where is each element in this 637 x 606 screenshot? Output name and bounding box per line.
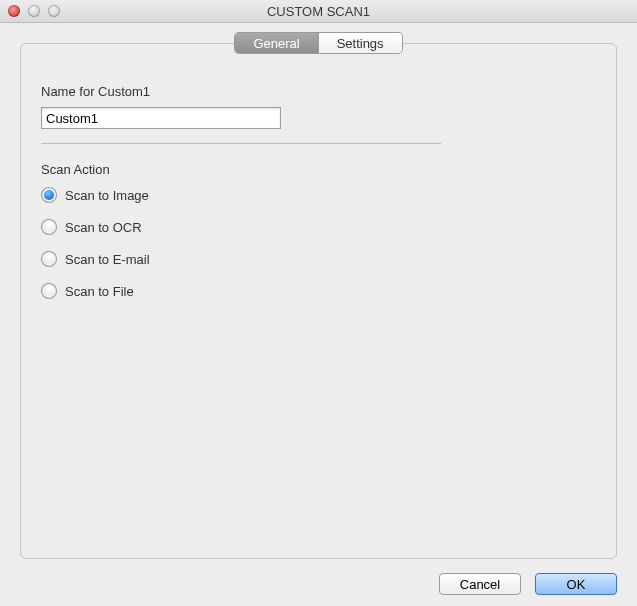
radio-row-file[interactable]: Scan to File xyxy=(41,283,596,299)
window-controls xyxy=(0,5,60,17)
radio-label-email: Scan to E-mail xyxy=(65,252,150,267)
zoom-icon[interactable] xyxy=(48,5,60,17)
radio-row-email[interactable]: Scan to E-mail xyxy=(41,251,596,267)
radio-label-ocr: Scan to OCR xyxy=(65,220,142,235)
window-body: General Settings Name for Custom1 Scan A… xyxy=(0,23,637,606)
tab-general[interactable]: General xyxy=(235,33,317,53)
divider xyxy=(41,143,441,144)
ok-button[interactable]: OK xyxy=(535,573,617,595)
minimize-icon[interactable] xyxy=(28,5,40,17)
tab-settings[interactable]: Settings xyxy=(318,33,402,53)
name-input[interactable] xyxy=(41,107,281,129)
radio-scan-to-file[interactable] xyxy=(41,283,57,299)
radio-row-image[interactable]: Scan to Image xyxy=(41,187,596,203)
footer-buttons: Cancel OK xyxy=(439,573,617,595)
scan-action-group: Scan to Image Scan to OCR Scan to E-mail… xyxy=(41,187,596,299)
titlebar: CUSTOM SCAN1 xyxy=(0,0,637,23)
radio-scan-to-ocr[interactable] xyxy=(41,219,57,235)
window-title: CUSTOM SCAN1 xyxy=(0,4,637,19)
radio-scan-to-email[interactable] xyxy=(41,251,57,267)
radio-scan-to-image[interactable] xyxy=(41,187,57,203)
close-icon[interactable] xyxy=(8,5,20,17)
general-panel: Name for Custom1 Scan Action Scan to Ima… xyxy=(20,43,617,559)
radio-label-file: Scan to File xyxy=(65,284,134,299)
tab-bar: General Settings xyxy=(0,33,637,53)
name-label: Name for Custom1 xyxy=(41,84,596,99)
radio-label-image: Scan to Image xyxy=(65,188,149,203)
cancel-button[interactable]: Cancel xyxy=(439,573,521,595)
radio-row-ocr[interactable]: Scan to OCR xyxy=(41,219,596,235)
scan-action-label: Scan Action xyxy=(41,162,596,177)
